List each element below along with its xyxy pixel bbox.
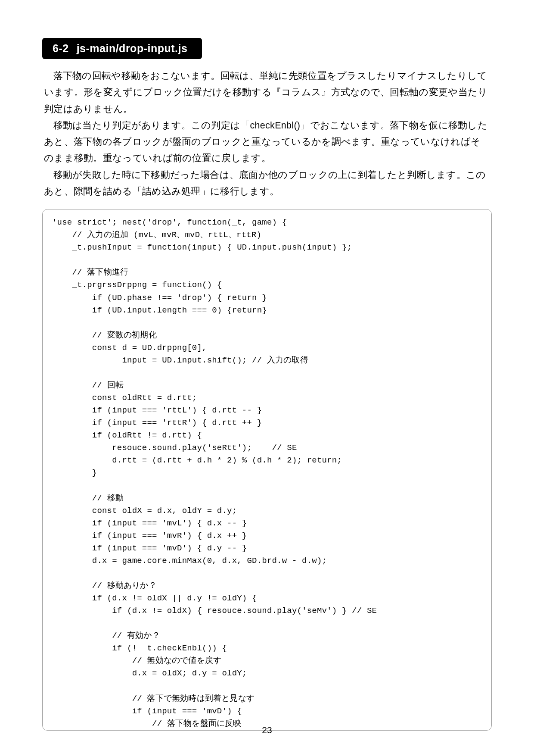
paragraph: 移動は当たり判定があります。この判定は「checkEnbl()」でおこないます。… — [44, 117, 490, 167]
code-content: 'use strict'; nest('drop', function(_t, … — [52, 216, 482, 730]
body-text: 落下物の回転や移動をおこないます。回転は、単純に先頭位置をプラスしたりマイナスし… — [42, 68, 492, 200]
section-number: 6-2 — [53, 42, 69, 54]
section-heading: 6-2js-main/drop-input.js — [42, 38, 202, 59]
section-path: js-main/drop-input.js — [77, 42, 188, 54]
paragraph: 落下物の回転や移動をおこないます。回転は、単純に先頭位置をプラスしたりマイナスし… — [44, 68, 490, 117]
paragraph: 移動が失敗した時に下移動だった場合は、底面か他のブロックの上に到着したと判断しま… — [44, 167, 490, 200]
code-listing: 'use strict'; nest('drop', function(_t, … — [42, 209, 492, 731]
page-number: 23 — [0, 725, 534, 735]
